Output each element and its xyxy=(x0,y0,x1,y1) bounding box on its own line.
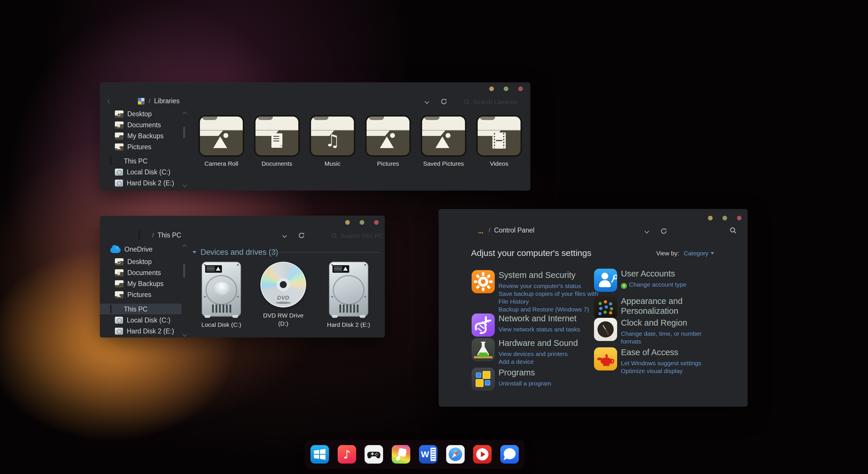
sidebar-item-onedrive[interactable]: OneDrive xyxy=(110,244,153,254)
dock-word-icon[interactable]: W xyxy=(419,445,437,464)
appearance-personalization-icon[interactable] xyxy=(594,296,617,319)
drive-tile-hard-disk-2-e[interactable]: Hard Disk 2 (E:) xyxy=(327,262,370,329)
window-dot-yellow[interactable] xyxy=(489,87,494,91)
ease-of-access-icon[interactable] xyxy=(594,347,617,371)
chevron-down-icon[interactable] xyxy=(282,233,287,238)
drive-tile-dvd-rw-d[interactable]: DVD DVD RW Drive (D:) xyxy=(260,257,306,328)
link-add-a-device[interactable]: Add a device xyxy=(498,358,599,366)
dropdown-triangle-icon xyxy=(711,252,714,254)
category-title[interactable]: Programs xyxy=(498,368,599,377)
dock-design-icon[interactable] xyxy=(392,445,410,464)
sidebar-item-hard-disk-2-e[interactable]: Hard Disk 2 (E:) xyxy=(115,178,174,188)
sidebar-item-documents[interactable]: Documents xyxy=(115,120,161,130)
refresh-icon[interactable] xyxy=(660,227,668,235)
view-by-control: View by: Category xyxy=(656,250,714,257)
link-change-account-type[interactable]: Change account type xyxy=(621,281,705,289)
library-tile-videos[interactable]: Videos xyxy=(474,115,525,167)
back-icon[interactable] xyxy=(107,99,112,104)
search-box[interactable]: Search Libraries xyxy=(464,99,517,105)
sidebar-item-this-pc-selected[interactable]: This PC xyxy=(110,304,148,314)
sidebar-scrollbar[interactable] xyxy=(183,127,185,138)
sidebar-scroll-down-icon[interactable] xyxy=(183,332,187,337)
chevron-down-icon[interactable] xyxy=(645,229,649,233)
collapse-triangle-icon[interactable] xyxy=(192,251,196,254)
library-tile-saved-pictures[interactable]: Saved Pictures xyxy=(418,115,469,167)
window-dot-red[interactable] xyxy=(518,87,523,91)
dock-windows-icon[interactable] xyxy=(310,445,329,464)
drive-tile-local-disk-c[interactable]: Local Disk (C:) xyxy=(202,262,241,329)
window-dot-red[interactable] xyxy=(374,220,379,225)
libraries-window: / Libraries Search Libraries Desktop Doc… xyxy=(100,83,530,191)
search-icon xyxy=(464,99,470,105)
window-dot-green[interactable] xyxy=(722,216,727,220)
link-optimize-visual-display[interactable]: Optimize visual display xyxy=(621,367,705,375)
sidebar-item-pictures[interactable]: Pictures xyxy=(115,142,151,152)
category-title[interactable]: Hardware and Sound xyxy=(498,338,599,348)
sidebar-item-local-disk-c[interactable]: Local Disk (C:) xyxy=(115,167,170,177)
sidebar-item-hard-disk-2-e[interactable]: Hard Disk 2 (E:) xyxy=(115,326,174,336)
user-accounts-icon[interactable] xyxy=(594,269,617,292)
sidebar-item-pictures[interactable]: Pictures xyxy=(115,290,151,299)
library-tile-pictures[interactable]: Pictures xyxy=(363,115,413,167)
breadcrumb: / This PC xyxy=(138,231,181,240)
window-dot-yellow[interactable] xyxy=(345,220,350,225)
folder-icon xyxy=(476,115,522,157)
category-title[interactable]: Clock and Region xyxy=(621,318,705,328)
category-title[interactable]: User Accounts xyxy=(621,269,705,279)
view-by-dropdown[interactable]: Category xyxy=(684,250,714,257)
window-dot-green[interactable] xyxy=(504,87,508,91)
category-title[interactable]: Ease of Access xyxy=(621,347,705,357)
search-box[interactable]: Search This PC xyxy=(331,232,383,240)
sidebar-item-local-disk-c[interactable]: Local Disk (C:) xyxy=(115,315,170,325)
sidebar-scroll-down-icon[interactable] xyxy=(183,183,187,187)
network-internet-icon[interactable] xyxy=(472,314,495,337)
link-let-windows-suggest-settings[interactable]: Let Windows suggest settings xyxy=(621,359,705,367)
dock-games-icon[interactable] xyxy=(365,445,383,464)
sidebar-item-documents[interactable]: Documents xyxy=(115,268,161,278)
library-tile-documents[interactable]: Documents xyxy=(251,115,302,167)
programs-icon[interactable] xyxy=(472,368,495,391)
sidebar-item-this-pc[interactable]: This PC xyxy=(110,156,148,166)
sidebar-scrollbar[interactable] xyxy=(183,264,185,278)
dock-messages-icon[interactable] xyxy=(500,445,519,464)
sidebar-item-my-backups[interactable]: My Backups xyxy=(115,131,163,141)
link-uninstall-a-program[interactable]: Uninstall a program xyxy=(498,379,599,387)
sidebar-scroll-up-icon[interactable] xyxy=(183,112,187,116)
dock-video-player-icon[interactable] xyxy=(473,445,492,464)
breadcrumb-title[interactable]: Libraries xyxy=(154,97,180,105)
breadcrumb-title[interactable]: This PC xyxy=(158,231,181,239)
this-pc-window: / This PC Search This PC OneDrive Deskto… xyxy=(100,216,385,338)
sidebar-item-my-backups[interactable]: My Backups xyxy=(115,279,163,289)
library-tile-music[interactable]: Music xyxy=(307,115,358,167)
link-change-date-time-formats[interactable]: Change date, time, or number formats xyxy=(621,330,705,345)
category-title[interactable]: Appearance and Personalization xyxy=(621,296,705,316)
dock-music-icon[interactable] xyxy=(338,445,356,464)
search-icon[interactable] xyxy=(730,227,737,234)
link-backup-and-restore[interactable]: Backup and Restore (Windows 7) xyxy=(498,306,599,313)
sidebar-scroll-up-icon[interactable] xyxy=(183,244,187,249)
section-header[interactable]: Devices and drives (3) xyxy=(192,248,278,257)
clock-region-icon[interactable] xyxy=(594,318,617,341)
link-file-history-backup[interactable]: Save backup copies of your files with Fi… xyxy=(498,290,599,306)
category-title[interactable]: System and Security xyxy=(498,270,599,280)
breadcrumb-title[interactable]: Control Panel xyxy=(494,226,534,234)
link-view-network-status[interactable]: View network status and tasks xyxy=(498,325,599,333)
link-review-computer-status[interactable]: Review your computer's status xyxy=(498,282,599,290)
window-dot-red[interactable] xyxy=(737,216,742,220)
system-security-icon[interactable] xyxy=(472,270,495,293)
chevron-down-icon[interactable] xyxy=(425,99,429,104)
dvd-disc-icon: DVD xyxy=(260,262,306,308)
sidebar-item-desktop[interactable]: Desktop xyxy=(115,257,152,266)
hardware-sound-icon[interactable] xyxy=(472,338,495,361)
drive-label: Hard Disk 2 (E:) xyxy=(327,321,370,329)
category-title[interactable]: Network and Internet xyxy=(498,314,599,323)
window-dot-yellow[interactable] xyxy=(708,216,713,220)
refresh-icon[interactable] xyxy=(298,232,305,239)
dock: W xyxy=(305,440,525,469)
link-view-devices-printers[interactable]: View devices and printers xyxy=(498,350,599,358)
refresh-icon[interactable] xyxy=(440,98,447,105)
window-dot-green[interactable] xyxy=(360,220,364,225)
sidebar-item-desktop[interactable]: Desktop xyxy=(115,109,152,119)
library-tile-camera-roll[interactable]: Camera Roll xyxy=(196,115,247,167)
dock-safari-icon[interactable] xyxy=(446,445,465,464)
